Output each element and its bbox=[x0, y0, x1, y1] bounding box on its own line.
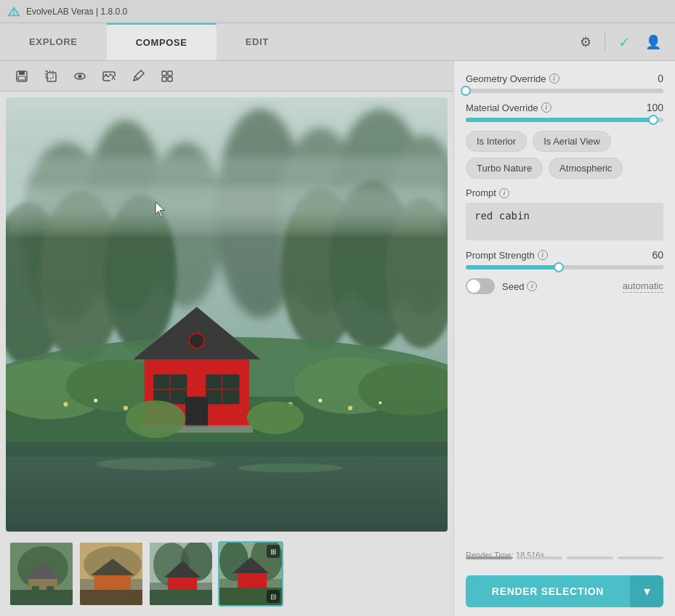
svg-point-51 bbox=[189, 333, 204, 349]
geometry-override-thumb[interactable] bbox=[461, 86, 471, 96]
svg-rect-13 bbox=[168, 71, 172, 76]
image-edit-icon bbox=[102, 70, 116, 83]
tab-edit[interactable]: EDIT bbox=[217, 23, 298, 60]
svg-rect-58 bbox=[185, 397, 208, 427]
svg-rect-69 bbox=[10, 590, 74, 607]
canvas-image bbox=[6, 97, 448, 532]
material-override-thumb[interactable] bbox=[648, 115, 658, 125]
svg-point-39 bbox=[94, 399, 97, 402]
svg-rect-4 bbox=[18, 76, 25, 80]
grid-button[interactable] bbox=[154, 63, 180, 89]
prompt-strength-value: 60 bbox=[642, 249, 663, 261]
svg-point-44 bbox=[348, 406, 352, 410]
svg-point-10 bbox=[105, 73, 108, 76]
thumb-bookmark-icon: ⊞ bbox=[267, 545, 280, 558]
prompt-strength-info-icon[interactable]: i bbox=[538, 250, 548, 260]
chips-row: Is Interior Is Aerial View Turbo Nature … bbox=[466, 131, 663, 179]
chip-is-interior[interactable]: Is Interior bbox=[466, 131, 527, 152]
svg-rect-31 bbox=[6, 158, 448, 217]
title-bar: EvolveLAB Veras | 1.8.0.0 bbox=[0, 0, 675, 23]
user-icon: 👤 bbox=[645, 34, 661, 50]
thumbnail-4[interactable]: ⊞ ⊟ bbox=[218, 541, 283, 607]
render-selection-button[interactable]: RENDER SELECTION bbox=[466, 575, 630, 607]
left-panel: ⊞ ⊟ bbox=[0, 61, 453, 616]
svg-point-47 bbox=[96, 458, 216, 470]
canvas-area: ⊞ ⊟ bbox=[0, 92, 453, 616]
nav-bar: EXPLORE COMPOSE EDIT ⚙ ✓ 👤 bbox=[0, 23, 675, 61]
material-override-info-icon[interactable]: i bbox=[541, 102, 551, 113]
progress-seg-1 bbox=[466, 556, 512, 559]
geometry-override-value: 0 bbox=[642, 73, 663, 84]
tab-explore[interactable]: EXPLORE bbox=[0, 23, 107, 60]
save-icon bbox=[15, 70, 28, 83]
prompt-strength-fill bbox=[466, 265, 559, 270]
svg-point-8 bbox=[78, 74, 82, 78]
crop-button[interactable] bbox=[38, 63, 64, 89]
eye-icon bbox=[73, 70, 86, 83]
svg-point-43 bbox=[318, 399, 322, 402]
thumb-bottom-icon: ⊟ bbox=[267, 590, 280, 603]
grid-icon bbox=[161, 70, 174, 83]
progress-bars bbox=[466, 556, 663, 559]
chip-atmospheric[interactable]: Atmospheric bbox=[549, 158, 623, 179]
material-override-value: 100 bbox=[642, 102, 663, 113]
action-bar: RENDER SELECTION ▾ bbox=[466, 568, 663, 616]
check-button[interactable]: ✓ bbox=[611, 29, 637, 55]
tab-compose[interactable]: COMPOSE bbox=[107, 23, 217, 60]
settings-icon: ⚙ bbox=[580, 34, 591, 50]
seed-toggle-knob bbox=[467, 280, 480, 293]
svg-rect-46 bbox=[6, 442, 448, 532]
thumb-3-image bbox=[150, 543, 214, 607]
prompt-section: Prompt i bbox=[466, 187, 663, 240]
settings-button[interactable]: ⚙ bbox=[573, 29, 599, 55]
save-button[interactable] bbox=[9, 63, 35, 89]
view-button[interactable] bbox=[67, 63, 93, 89]
svg-point-60 bbox=[126, 401, 185, 439]
thumbnail-2[interactable] bbox=[78, 541, 144, 607]
prompt-strength-track[interactable] bbox=[466, 265, 663, 270]
geometry-override-label-row: Geometry Override i 0 bbox=[466, 73, 663, 84]
material-override-track[interactable] bbox=[466, 118, 663, 122]
material-override-group: Material Override i 100 bbox=[466, 102, 663, 122]
svg-rect-6 bbox=[47, 73, 56, 81]
seed-label: Seed i bbox=[502, 281, 537, 292]
svg-point-61 bbox=[247, 402, 304, 434]
right-panel: Geometry Override i 0 Material Override … bbox=[453, 61, 675, 616]
prompt-input[interactable] bbox=[466, 203, 663, 240]
right-panel-spacer bbox=[466, 303, 663, 542]
geometry-override-group: Geometry Override i 0 bbox=[466, 73, 663, 93]
progress-seg-2 bbox=[517, 556, 563, 559]
thumbnail-1[interactable] bbox=[9, 541, 74, 607]
render-arrow-button[interactable]: ▾ bbox=[630, 575, 663, 607]
thumbnail-strip: ⊞ ⊟ bbox=[6, 538, 448, 610]
crop-icon bbox=[44, 70, 57, 83]
canvas-wrapper[interactable] bbox=[6, 97, 448, 532]
image-edit-button[interactable] bbox=[96, 63, 122, 89]
prompt-strength-thumb[interactable] bbox=[554, 262, 564, 272]
render-time: Render Time: 18.516s bbox=[466, 551, 663, 559]
pen-button[interactable] bbox=[125, 63, 151, 89]
chevron-down-icon: ▾ bbox=[644, 583, 650, 599]
prompt-info-icon[interactable]: i bbox=[499, 188, 509, 198]
user-button[interactable]: 👤 bbox=[640, 29, 666, 55]
seed-row: Seed i automatic bbox=[466, 278, 663, 294]
pen-icon bbox=[132, 70, 145, 83]
material-override-fill bbox=[466, 118, 653, 122]
geometry-override-track[interactable] bbox=[466, 89, 663, 93]
prompt-strength-label-row: Prompt Strength i 60 bbox=[466, 249, 663, 261]
svg-rect-12 bbox=[162, 71, 166, 76]
chip-is-aerial-view[interactable]: Is Aerial View bbox=[533, 131, 611, 152]
material-override-label-row: Material Override i 100 bbox=[466, 102, 663, 113]
chip-turbo-nature[interactable]: Turbo Nature bbox=[466, 158, 543, 179]
thumbnail-3[interactable] bbox=[148, 541, 214, 607]
check-icon: ✓ bbox=[618, 33, 631, 51]
svg-rect-3 bbox=[19, 71, 25, 75]
seed-toggle[interactable] bbox=[466, 278, 495, 294]
progress-seg-4 bbox=[618, 556, 664, 559]
geometry-override-info-icon[interactable]: i bbox=[549, 73, 559, 84]
thumb-1-image bbox=[10, 543, 74, 607]
toolbar bbox=[0, 61, 453, 92]
main-area: ⊞ ⊟ Geometry Override i 0 bbox=[0, 61, 675, 616]
svg-point-45 bbox=[379, 402, 381, 405]
seed-info-icon[interactable]: i bbox=[527, 281, 537, 291]
